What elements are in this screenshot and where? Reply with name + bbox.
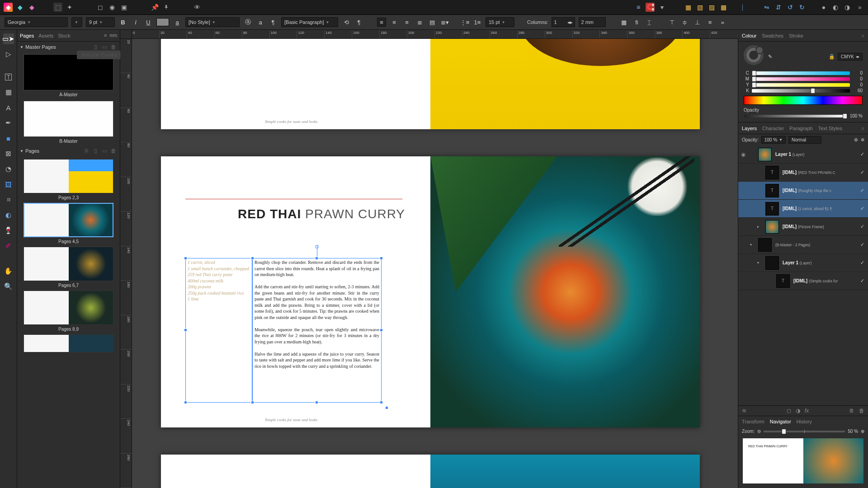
visibility-icon[interactable]: ◉ bbox=[740, 151, 746, 158]
character-panel-icon[interactable]: ⓐ bbox=[243, 18, 252, 27]
blend-mode-select[interactable]: Normal bbox=[788, 136, 822, 144]
table-tool-icon[interactable]: ▦ bbox=[3, 87, 14, 98]
select-object-icon[interactable]: ◻ bbox=[96, 3, 105, 12]
rectangle-tool-icon[interactable]: ■ bbox=[3, 133, 14, 144]
valign-justify-icon[interactable]: ≡ bbox=[705, 18, 714, 27]
flip-vertical-icon[interactable]: ⇵ bbox=[774, 3, 783, 12]
rotate-ccw-icon[interactable]: ↺ bbox=[786, 3, 795, 12]
underline-icon[interactable]: U bbox=[144, 18, 153, 27]
valign-bottom-icon[interactable]: ⊥ bbox=[693, 18, 702, 27]
tab-paragraph[interactable]: Paragraph bbox=[789, 126, 812, 131]
arrange-front-icon[interactable]: ▦ bbox=[684, 3, 693, 12]
asset-place-tool-icon[interactable]: ◔ bbox=[3, 164, 14, 174]
font-size-select[interactable]: 9 pt▼ bbox=[86, 17, 115, 27]
master-a[interactable]: A-Master bbox=[24, 54, 113, 97]
layer-item[interactable]: T[IDML] (Roughly chop the c✓ bbox=[738, 182, 868, 200]
expand-icon[interactable]: ▸ bbox=[757, 225, 762, 229]
gutter-input[interactable]: 2 mm bbox=[579, 17, 606, 27]
color-mode-select[interactable]: CMYK◂▸ bbox=[838, 53, 863, 61]
select-same-icon[interactable]: ◉ bbox=[108, 3, 117, 12]
boolean-add-icon[interactable]: ● bbox=[819, 3, 828, 12]
spread-4-5[interactable]: Pages 4,5 bbox=[24, 203, 113, 244]
persona-publisher-icon[interactable]: ⬚ bbox=[53, 3, 62, 12]
stock-image-tool-icon[interactable]: 🖼 bbox=[3, 179, 14, 190]
char-style-icon[interactable]: a bbox=[173, 18, 182, 27]
pages-spread-icon[interactable]: ⎘ bbox=[83, 147, 90, 155]
opacity-slider[interactable] bbox=[744, 115, 847, 117]
baseline-grid-icon[interactable]: ≡ bbox=[634, 3, 643, 12]
panel-menu-icon[interactable]: ≡ bbox=[104, 33, 107, 38]
zoom-tool-icon[interactable]: 🔍 bbox=[3, 281, 14, 292]
canvas[interactable]: 0204060801001201401601802002202402602803… bbox=[120, 30, 738, 488]
magenta-slider[interactable] bbox=[752, 77, 850, 81]
layer-settings-icon[interactable]: ✲ bbox=[861, 137, 864, 142]
align-justify-left-icon[interactable]: ≣ bbox=[415, 18, 424, 27]
spread-6-7[interactable]: Pages 6,7 bbox=[24, 247, 113, 288]
rotation-handle[interactable] bbox=[315, 245, 319, 249]
tab-textstyles[interactable]: Text Styles bbox=[818, 126, 842, 131]
fi-ligature-icon[interactable]: fi bbox=[632, 18, 641, 27]
persona-alt-icon[interactable]: ✦ bbox=[65, 3, 74, 12]
panel-menu-icon[interactable]: ≡ bbox=[862, 33, 864, 38]
tab-assets[interactable]: Assets bbox=[38, 33, 53, 38]
pages-header[interactable]: ▼ Pages ⎘ ▯ ▭ 🗑 bbox=[17, 145, 120, 156]
text-frame-ingredients[interactable]: 1 carrot, sliced 1 small bunch coriander… bbox=[185, 258, 252, 403]
add-layer-icon[interactable]: 🗎 bbox=[849, 408, 854, 414]
columns-input[interactable]: 1◂▸ bbox=[552, 17, 575, 27]
fill-stroke-selector[interactable] bbox=[744, 45, 764, 65]
tab-history[interactable]: History bbox=[797, 419, 812, 424]
number-list-icon[interactable]: 1≡ bbox=[473, 18, 482, 27]
leading-select[interactable]: 15 pt▼ bbox=[486, 17, 514, 27]
spread-8-9[interactable]: Pages 8,9 bbox=[24, 291, 113, 332]
layer-item[interactable]: ◉Layer 1 (Layer)✓ bbox=[738, 145, 868, 164]
layer-check-icon[interactable]: ✓ bbox=[860, 278, 864, 284]
tab-colour[interactable]: Colour bbox=[742, 33, 756, 38]
lock-icon[interactable]: 🔒 bbox=[829, 54, 835, 60]
app-switch-photo-icon[interactable]: ◆ bbox=[15, 3, 24, 12]
tab-stroke[interactable]: Stroke bbox=[789, 33, 803, 38]
ruler-vertical[interactable]: 20406080100120140160180200220240260 bbox=[120, 39, 132, 488]
layer-check-icon[interactable]: ✓ bbox=[860, 151, 864, 157]
pen-tool-icon[interactable]: ✒ bbox=[3, 117, 14, 128]
pages-single-icon[interactable]: ▯ bbox=[92, 147, 99, 155]
spread-2-3[interactable]: Pages 2,3 bbox=[24, 159, 113, 200]
layer-opacity-select[interactable]: 100 %▼ bbox=[761, 136, 786, 144]
para-style-select[interactable]: [Basic Paragraph]▼ bbox=[281, 17, 338, 27]
layer-check-icon[interactable]: ✓ bbox=[860, 224, 864, 230]
mask-icon[interactable]: ◻ bbox=[787, 408, 791, 414]
paragraph-panel-icon[interactable]: ⟲ bbox=[342, 18, 351, 27]
valign-center-icon[interactable]: ≑ bbox=[680, 18, 689, 27]
node-tool-icon[interactable]: ▷ bbox=[3, 49, 14, 60]
fill-tool-icon[interactable]: ◐ bbox=[3, 210, 14, 221]
boolean-subtract-icon[interactable]: ◐ bbox=[831, 3, 840, 12]
valign-top-icon[interactable]: ⊤ bbox=[667, 18, 676, 27]
tab-transform[interactable]: Transform bbox=[742, 419, 764, 424]
toolbar-more-icon[interactable]: » bbox=[855, 3, 864, 12]
layer-item[interactable]: T[IDML] (1 carrot, sliced ¶1 ¶✓ bbox=[738, 200, 868, 218]
expand-icon[interactable]: ▾ bbox=[750, 243, 755, 247]
move-tool-icon[interactable]: ▭➤ bbox=[3, 33, 14, 44]
panel-menu-icon[interactable]: ≡ bbox=[862, 126, 864, 131]
fx-icon[interactable]: fx bbox=[805, 408, 809, 414]
layer-check-icon[interactable]: ✓ bbox=[860, 242, 864, 248]
transparency-tool-icon[interactable]: 🍷 bbox=[3, 225, 14, 236]
pan-tool-icon[interactable]: ✋ bbox=[3, 266, 14, 277]
layer-item[interactable]: ▾ (B-Master - 2 Pages)✓ bbox=[738, 236, 868, 254]
navigator-preview[interactable]: RED THAI PRAWN CURRY bbox=[743, 438, 863, 483]
boolean-intersect-icon[interactable]: ◑ bbox=[843, 3, 852, 12]
frame-text-tool-icon[interactable]: 🅃 bbox=[3, 71, 14, 82]
align-right-text-icon[interactable]: ≡ bbox=[402, 18, 411, 27]
justify-menu-icon[interactable]: ≣▾ bbox=[440, 18, 449, 27]
pages-facing-icon[interactable]: ▭ bbox=[101, 147, 108, 155]
tab-layers[interactable]: Layers bbox=[742, 126, 757, 131]
tab-navigator[interactable]: Navigator bbox=[770, 419, 791, 424]
layer-fx-icon[interactable]: ⚙ bbox=[854, 137, 858, 142]
master-delete-icon[interactable]: 🗑 bbox=[110, 43, 117, 51]
layer-check-icon[interactable]: ✓ bbox=[860, 169, 864, 175]
layer-item[interactable]: T[IDML] (RED THAI PRAWN C✓ bbox=[738, 164, 868, 182]
hue-bar[interactable] bbox=[744, 96, 863, 105]
layer-item[interactable]: T[IDML] (Simple cooks for✓ bbox=[738, 272, 868, 290]
align-left-text-icon[interactable]: ≡ bbox=[377, 18, 386, 27]
master-facing-icon[interactable]: ▭ bbox=[101, 43, 108, 51]
italic-icon[interactable]: I bbox=[131, 18, 140, 27]
